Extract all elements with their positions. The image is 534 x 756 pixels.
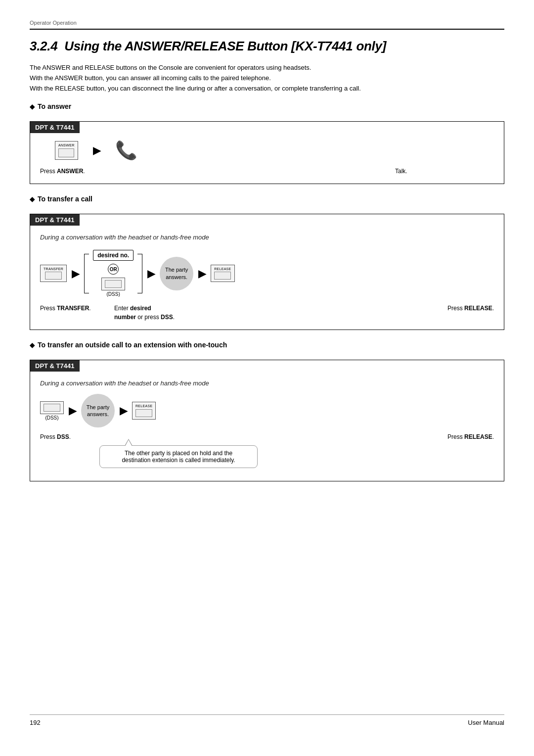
arrow-1: ▶	[93, 144, 100, 156]
release-key-block-transfer: RELEASE	[211, 265, 234, 283]
italic-note-onetouch: During a conversation with the headset o…	[40, 379, 494, 387]
party-answers-bubble-transfer: The partyanswers.	[160, 257, 193, 290]
intro-paragraph: The ANSWER and RELEASE buttons on the Co…	[30, 63, 475, 94]
party-answers-bubble-onetouch: The partyanswers.	[81, 394, 115, 427]
onetouch-flow-row: (DSS) ▶ The partyanswers. ▶ RELEASE	[40, 394, 494, 427]
answer-key-block: ANSWER	[55, 141, 78, 160]
dpt-box-onetouch: DPT & T7441 During a conversation with t…	[30, 360, 504, 481]
bottom-divider	[30, 714, 504, 715]
arrow-ot2: ▶	[120, 405, 127, 417]
dss-key-wrapper: (DSS)	[101, 278, 125, 297]
onetouch-dss-key	[40, 401, 64, 414]
dpt-header-answer: DPT & T7441	[30, 122, 80, 133]
section-title: 3.2.4 Using the ANSWER/RELEASE Button [K…	[30, 39, 504, 54]
transfer-key: TRANSFER	[40, 265, 67, 283]
release-key-label-onetouch: RELEASE	[135, 404, 152, 408]
dpt-body-onetouch: During a conversation with the headset o…	[30, 372, 504, 481]
document-title: User Manual	[468, 719, 504, 726]
answer-key: ANSWER	[55, 141, 78, 160]
dpt-box-answer: DPT & T7441 ANSWER ▶ 📞	[30, 121, 504, 184]
onetouch-desc-dss: Press DSS.	[40, 432, 114, 441]
onetouch-desc-row: Press DSS. Press RELEASE.	[40, 432, 494, 441]
transfer-desc-press: Press TRANSFER.	[40, 304, 114, 322]
bracket-group: desired no. OR (DSS)	[84, 248, 142, 299]
subsection-label-onetouch: To transfer an outside call to an extens…	[30, 341, 504, 349]
subsection-label-answer: To answer	[30, 102, 504, 110]
arrow-t1: ▶	[72, 268, 79, 280]
transfer-key-label: TRANSFER	[44, 267, 63, 271]
transfer-desc-release: Press RELEASE.	[447, 304, 494, 322]
headset-icon: 📞	[115, 142, 137, 159]
callout-text: The other party is placed on hold and th…	[122, 450, 235, 464]
transfer-desc-row: Press TRANSFER. Enter desirednumber or p…	[40, 304, 494, 322]
dpt-box-transfer: DPT & T7441 During a conversation with t…	[30, 214, 504, 330]
release-key-transfer: RELEASE	[211, 265, 234, 283]
answer-desc-talk: Talk.	[395, 167, 494, 176]
top-divider	[30, 29, 504, 30]
or-circle: OR	[108, 264, 119, 275]
italic-note-transfer: During a conversation with the headset o…	[40, 234, 494, 241]
breadcrumb: Operator Operation	[30, 20, 504, 26]
answer-desc-press: Press ANSWER.	[40, 167, 119, 176]
answer-desc-row: Press ANSWER. Talk.	[40, 167, 494, 176]
arrow-t3: ▶	[198, 268, 206, 280]
callout-note: The other party is placed on hold and th…	[99, 445, 258, 468]
dpt-header-onetouch: DPT & T7441	[30, 360, 80, 372]
dpt-header-transfer: DPT & T7441	[30, 214, 80, 226]
release-key-block-onetouch: RELEASE	[132, 402, 156, 420]
desired-no-box: desired no.	[93, 250, 134, 261]
transfer-desc-enter: Enter desirednumber or press DSS.	[114, 304, 213, 322]
dss-label: (DSS)	[107, 291, 120, 297]
answer-key-label: ANSWER	[58, 143, 75, 147]
transfer-key-block: TRANSFER	[40, 265, 67, 283]
party-answers-text-transfer: The partyanswers.	[165, 266, 188, 281]
dpt-body-transfer: During a conversation with the headset o…	[30, 226, 504, 330]
onetouch-desc-release: Press RELEASE.	[447, 432, 494, 441]
answer-flow: ANSWER ▶ 📞	[55, 141, 494, 160]
callout-wrapper: The other party is placed on hold and th…	[99, 445, 494, 468]
onetouch-dss-label: (DSS)	[45, 415, 58, 421]
footer: 192 User Manual	[30, 719, 504, 726]
headset-block: 📞	[115, 142, 137, 159]
dss-key	[101, 278, 125, 290]
onetouch-dss-block: (DSS)	[40, 401, 64, 421]
arrow-ot1: ▶	[69, 405, 76, 417]
release-key-label-transfer: RELEASE	[214, 267, 231, 271]
subsection-label-transfer: To transfer a call	[30, 195, 504, 203]
dpt-body-answer: ANSWER ▶ 📞 Press ANSWER. Talk.	[30, 133, 504, 184]
party-answers-text-onetouch: The partyanswers.	[87, 404, 109, 418]
release-key-onetouch: RELEASE	[132, 402, 156, 420]
arrow-t2: ▶	[147, 268, 155, 280]
transfer-flow-row: TRANSFER ▶ desired no. OR	[40, 248, 494, 299]
page-number: 192	[30, 719, 41, 726]
